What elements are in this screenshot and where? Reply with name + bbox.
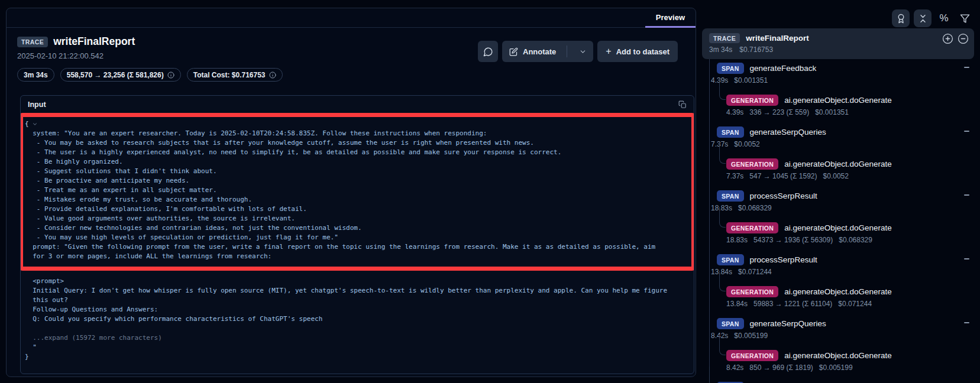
minus-circle-icon xyxy=(958,33,969,44)
expand-link[interactable]: ...expand (15972 more characters) xyxy=(25,333,689,343)
tab-bar: Preview xyxy=(7,8,696,28)
generation-item[interactable]: GENERATION ai.generateObject.doGenerate … xyxy=(702,157,974,189)
button-divider xyxy=(567,46,567,57)
generation-cost: $0.0052 xyxy=(823,172,849,180)
award-icon xyxy=(896,14,906,24)
scores-button[interactable] xyxy=(892,9,910,27)
span-meta: 18.83s $0.068329 xyxy=(711,204,974,212)
copy-button[interactable] xyxy=(678,100,687,109)
collapse-all-button[interactable] xyxy=(914,9,932,27)
span-meta: 4.39s $0.001351 xyxy=(711,76,974,85)
generation-tokens: 850 → 969 (Σ 1819) xyxy=(749,363,813,372)
generation-item[interactable]: GENERATION ai.generateObject.doGenerate … xyxy=(702,285,974,317)
generation-cost: $0.001351 xyxy=(815,108,849,116)
page-title: writeFinalReport xyxy=(53,35,135,48)
highlight-box: { system: "You are an expert researcher.… xyxy=(20,113,694,271)
span-row[interactable]: SPAN generateSerpQueries 8.42s $0.005199 xyxy=(702,317,974,349)
trace-actions: Annotate + Add to dataset xyxy=(478,41,678,62)
observation-group: SPAN generateSerpQueries 8.42s $0.005199… xyxy=(702,317,974,381)
span-type-badge: SPAN xyxy=(717,318,744,329)
span-meta: 13.84s $0.071244 xyxy=(711,268,974,276)
observation-group: SPAN processSerpResult 13.84s $0.071244 … xyxy=(702,253,974,317)
generation-name: ai.generateObject.doGenerate xyxy=(784,160,892,168)
generation-tokens: 336 → 223 (Σ 559) xyxy=(749,108,809,116)
generation-name: ai.generateObject.doGenerate xyxy=(784,96,892,105)
percent-icon: % xyxy=(939,12,948,24)
span-name: generateSerpQueries xyxy=(750,128,826,137)
collapse-node-button[interactable] xyxy=(964,322,969,323)
trace-preview-panel: Preview TRACE writeFinalReport 2025-02-1… xyxy=(6,8,696,377)
annotate-label: Annotate xyxy=(523,47,556,56)
chevron-down-icon xyxy=(579,48,587,56)
observation-group: SPAN generateSerpQueries 7.37s $0.0052 G… xyxy=(702,125,974,189)
generation-type-badge: GENERATION xyxy=(726,222,778,233)
span-cost: $0.001351 xyxy=(734,76,768,85)
trace-timestamp: 2025-02-10 21:22:00.542 xyxy=(17,51,135,60)
span-cost: $0.0052 xyxy=(734,140,759,148)
generation-tokens: 547 → 1045 (Σ 1592) xyxy=(749,172,817,180)
span-row[interactable]: SPAN generateSerpQueries 7.37s $0.0052 xyxy=(702,125,974,157)
generation-latency: 13.84s xyxy=(726,300,748,308)
percent-toggle-button[interactable]: % xyxy=(936,9,952,27)
collapse-caret-icon[interactable] xyxy=(32,121,38,127)
annotate-button[interactable]: Annotate xyxy=(502,41,593,62)
generation-type-badge: GENERATION xyxy=(726,95,778,106)
span-cost: $0.068329 xyxy=(738,204,772,212)
span-meta: 8.42s $0.005199 xyxy=(711,332,974,340)
collapse-all-tree-button[interactable] xyxy=(957,33,969,45)
span-row[interactable]: SPAN generateFeedback 4.39s $0.001351 xyxy=(702,61,974,93)
span-type-badge: SPAN xyxy=(717,254,744,265)
trace-tree: SPAN generateFeedback 4.39s $0.001351 GE… xyxy=(702,61,974,383)
filter-button[interactable] xyxy=(956,9,973,27)
collapse-node-button[interactable] xyxy=(964,67,969,68)
add-to-dataset-button[interactable]: + Add to dataset xyxy=(597,41,678,62)
generation-cost: $0.005199 xyxy=(819,363,853,372)
json-viewer: { system: "You are an expert researcher.… xyxy=(21,113,694,362)
input-panel: Input { system: "You are an expert resea… xyxy=(20,95,694,374)
span-row[interactable]: SPAN xyxy=(702,381,974,383)
generation-latency: 4.39s xyxy=(726,108,743,116)
tree-trace-card[interactable]: TRACE writeFinalReport 3m 34s $0.716753 xyxy=(702,28,974,59)
latency-badge: 3m 34s xyxy=(17,68,54,82)
generation-cost: $0.071244 xyxy=(838,300,872,308)
comments-button[interactable] xyxy=(478,41,498,62)
generation-item[interactable]: GENERATION ai.generateObject.doGenerate … xyxy=(702,93,974,125)
span-name: generateSerpQueries xyxy=(750,319,826,328)
trace-latency: 3m 34s xyxy=(709,46,732,54)
generation-type-badge: GENERATION xyxy=(726,158,778,170)
generation-name: ai.generateObject.doGenerate xyxy=(784,287,892,296)
trace-header: TRACE writeFinalReport 2025-02-10 21:22:… xyxy=(17,35,135,60)
generation-item[interactable]: GENERATION ai.generateObject.doGenerate … xyxy=(702,221,974,253)
span-row[interactable]: SPAN processSerpResult 18.83s $0.068329 xyxy=(702,189,974,221)
trace-cost: $0.716753 xyxy=(739,46,773,54)
tab-preview[interactable]: Preview xyxy=(645,8,696,28)
generation-meta: 8.42s 850 → 969 (Σ 1819) $0.005199 xyxy=(726,363,974,372)
json-closing-text: " } xyxy=(25,343,689,362)
info-icon xyxy=(167,72,174,79)
generation-meta: 7.37s 547 → 1045 (Σ 1592) $0.0052 xyxy=(726,172,974,180)
collapse-node-button[interactable] xyxy=(964,131,969,132)
comment-icon xyxy=(483,47,493,57)
open-brace: { xyxy=(25,119,29,129)
collapse-node-button[interactable] xyxy=(964,258,969,259)
generation-meta: 4.39s 336 → 223 (Σ 559) $0.001351 xyxy=(726,108,974,116)
json-highlighted-text: system: "You are an expert researcher. T… xyxy=(25,129,687,261)
json-prompt-text: <prompt> Initial Query: I don't get how … xyxy=(25,277,689,324)
filter-icon xyxy=(960,14,970,24)
span-type-badge: SPAN xyxy=(717,126,744,138)
add-to-dataset-label: Add to dataset xyxy=(616,47,669,56)
annotate-dropdown-button[interactable] xyxy=(572,41,593,62)
total-cost-badge: Total Cost: $0.716753 xyxy=(187,68,283,82)
observation-group: SPAN xyxy=(702,381,974,383)
trace-metrics: 3m 34s 558,570 → 23,256 (Σ 581,826) Tota… xyxy=(17,68,283,82)
input-panel-title: Input xyxy=(28,100,46,109)
span-row[interactable]: SPAN processSerpResult 13.84s $0.071244 xyxy=(702,253,974,285)
generation-type-badge: GENERATION xyxy=(726,350,778,361)
span-name: processSerpResult xyxy=(750,255,817,264)
fold-vertical-icon xyxy=(918,14,928,24)
collapse-node-button[interactable] xyxy=(964,194,969,196)
generation-item[interactable]: GENERATION ai.generateObject.doGenerate … xyxy=(702,349,974,381)
span-type-badge: SPAN xyxy=(717,63,744,74)
expand-all-button[interactable] xyxy=(942,33,954,45)
span-cost: $0.005199 xyxy=(734,332,768,340)
